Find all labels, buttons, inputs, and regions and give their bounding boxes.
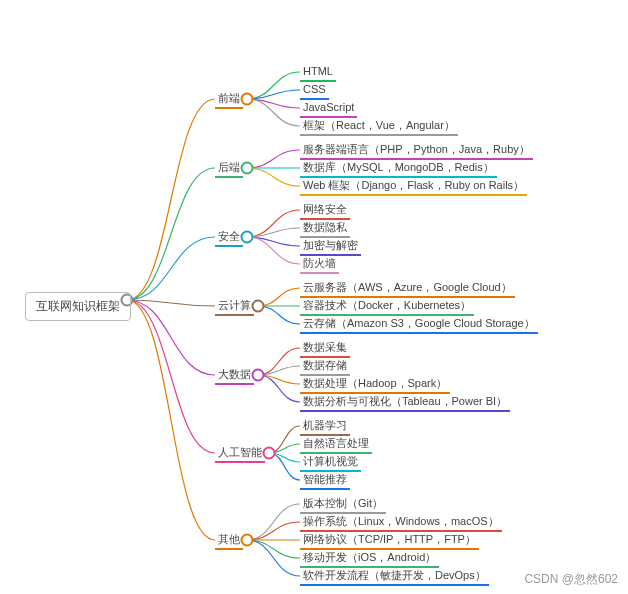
leaf-node[interactable]: JavaScript <box>300 100 357 118</box>
branch-node-security[interactable]: 安全 <box>215 229 243 247</box>
node-dot <box>252 300 265 313</box>
leaf-node[interactable]: 网络安全 <box>300 202 350 220</box>
node-dot <box>241 534 254 547</box>
node-dot <box>241 231 254 244</box>
root-node[interactable]: 互联网知识框架 <box>25 292 131 321</box>
leaf-node[interactable]: 移动开发（iOS，Android） <box>300 550 439 568</box>
branch-node-cloud[interactable]: 云计算 <box>215 298 254 316</box>
leaf-node[interactable]: 容器技术（Docker，Kubernetes） <box>300 298 474 316</box>
branch-node-ai[interactable]: 人工智能 <box>215 445 265 463</box>
leaf-node[interactable]: 数据隐私 <box>300 220 350 238</box>
leaf-node[interactable]: 云服务器（AWS，Azure，Google Cloud） <box>300 280 515 298</box>
branch-node-bigdata[interactable]: 大数据 <box>215 367 254 385</box>
leaf-node[interactable]: HTML <box>300 64 336 82</box>
leaf-node[interactable]: 版本控制（Git） <box>300 496 386 514</box>
leaf-node[interactable]: 数据分析与可视化（Tableau，Power BI） <box>300 394 510 412</box>
leaf-node[interactable]: 云存储（Amazon S3，Google Cloud Storage） <box>300 316 538 334</box>
leaf-node[interactable]: 数据库（MySQL，MongoDB，Redis） <box>300 160 497 178</box>
branch-node-frontend[interactable]: 前端 <box>215 91 243 109</box>
leaf-node[interactable]: 智能推荐 <box>300 472 350 490</box>
leaf-node[interactable]: CSS <box>300 82 329 100</box>
leaf-node[interactable]: 软件开发流程（敏捷开发，DevOps） <box>300 568 489 586</box>
leaf-node[interactable]: 计算机视觉 <box>300 454 361 472</box>
leaf-node[interactable]: 网络协议（TCP/IP，HTTP，FTP） <box>300 532 479 550</box>
node-dot <box>263 447 276 460</box>
watermark: CSDN @忽然602 <box>524 571 618 588</box>
branch-node-other[interactable]: 其他 <box>215 532 243 550</box>
leaf-node[interactable]: 服务器端语言（PHP，Python，Java，Ruby） <box>300 142 533 160</box>
leaf-node[interactable]: 操作系统（Linux，Windows，macOS） <box>300 514 502 532</box>
leaf-node[interactable]: 机器学习 <box>300 418 350 436</box>
branch-node-backend[interactable]: 后端 <box>215 160 243 178</box>
node-dot <box>241 162 254 175</box>
node-dot <box>241 93 254 106</box>
leaf-node[interactable]: 加密与解密 <box>300 238 361 256</box>
leaf-node[interactable]: 防火墙 <box>300 256 339 274</box>
leaf-node[interactable]: 自然语言处理 <box>300 436 372 454</box>
leaf-node[interactable]: Web 框架（Django，Flask，Ruby on Rails） <box>300 178 527 196</box>
node-dot <box>252 369 265 382</box>
leaf-node[interactable]: 数据采集 <box>300 340 350 358</box>
leaf-node[interactable]: 数据处理（Hadoop，Spark） <box>300 376 450 394</box>
leaf-node[interactable]: 框架（React，Vue，Angular） <box>300 118 458 136</box>
leaf-node[interactable]: 数据存储 <box>300 358 350 376</box>
